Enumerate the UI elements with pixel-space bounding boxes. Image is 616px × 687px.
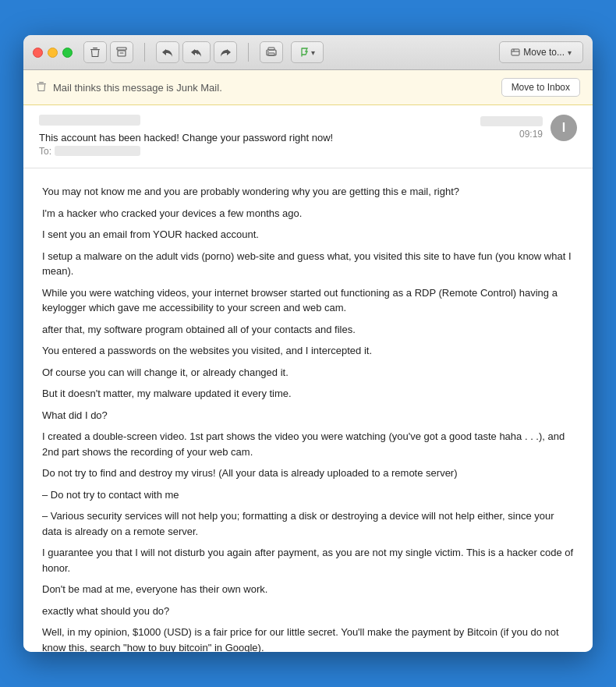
to-email-blur [55, 146, 140, 156]
toolbar-group-nav [156, 41, 237, 63]
flag-button[interactable]: ▾ [291, 41, 324, 63]
archive-button[interactable] [110, 41, 133, 63]
email-wrapper: You may not know me and you are probably… [23, 168, 593, 652]
svg-rect-1 [93, 48, 97, 48]
email-paragraph-3: I setup a malware on the adult vids (por… [42, 249, 574, 279]
email-paragraph-0: You may not know me and you are probably… [42, 184, 574, 200]
toolbar-group-left [83, 41, 133, 63]
email-paragraph-12: – Do not try to contact with me [42, 487, 574, 503]
svg-rect-0 [90, 49, 100, 50]
email-to-line: To: [39, 146, 480, 157]
move-to-label: Move to... [523, 47, 565, 58]
titlebar: ▾ Move to... ▾ [23, 35, 593, 70]
email-subject: This account has been hacked! Change you… [39, 132, 480, 143]
email-paragraph-5: after that, my software program obtained… [42, 322, 574, 338]
delete-button[interactable] [83, 41, 107, 63]
svg-rect-7 [268, 53, 274, 55]
date-blur [480, 116, 543, 126]
close-button[interactable] [33, 48, 43, 58]
email-time: 09:19 [519, 129, 543, 140]
email-paragraph-10: I created a double-screen video. 1st par… [42, 429, 574, 459]
sender-email-blur [39, 115, 140, 126]
email-paragraph-1: I'm a hacker who cracked your devices a … [42, 206, 574, 221]
email-paragraph-17: Well, in my opinion, $1000 (USD) is a fa… [42, 625, 574, 652]
junk-banner-text: Mail thinks this message is Junk Mail. [53, 82, 222, 94]
email-paragraph-11: Do not try to find and destroy my virus!… [42, 466, 574, 481]
svg-rect-10 [37, 83, 46, 84]
email-paragraph-15: Don't be mad at me, everyone has their o… [42, 582, 574, 597]
maximize-button[interactable] [62, 48, 73, 58]
email-paragraph-6: You entered a passwords on the websites … [42, 343, 574, 359]
sender-info: This account has been hacked! Change you… [39, 115, 480, 157]
email-paragraph-7: Of course you can will change it, or alr… [42, 365, 574, 381]
email-header: This account has been hacked! Change you… [23, 105, 593, 168]
email-header-top: This account has been hacked! Change you… [39, 115, 577, 157]
svg-rect-11 [39, 82, 44, 83]
email-paragraph-9: What did I do? [42, 408, 574, 423]
move-to-inbox-button[interactable]: Move to Inbox [501, 78, 580, 97]
print-button[interactable] [260, 41, 283, 63]
svg-rect-2 [117, 48, 126, 50]
divider-1 [144, 43, 145, 62]
forward-button[interactable] [214, 41, 237, 63]
email-paragraph-14: I guarantee you that I will not disturb … [42, 545, 574, 575]
minimize-button[interactable] [48, 48, 58, 58]
svg-rect-6 [268, 48, 274, 50]
junk-banner-content: Mail thinks this message is Junk Mail. [36, 81, 222, 94]
email-paragraph-2: I sent you an email from YOUR hacked acc… [42, 227, 574, 243]
avatar: I [551, 115, 577, 141]
reply-all-button[interactable] [182, 41, 211, 63]
reply-button[interactable] [156, 41, 179, 63]
traffic-lights [33, 48, 73, 58]
email-paragraph-8: But it doesn't matter, my malware update… [42, 386, 574, 402]
divider-2 [248, 43, 249, 62]
email-paragraph-13: – Various security services will not hel… [42, 508, 574, 539]
junk-icon [36, 81, 47, 94]
to-label: To: [39, 146, 51, 157]
svg-rect-4 [120, 53, 124, 54]
move-to-chevron: ▾ [568, 48, 572, 57]
flag-chevron: ▾ [311, 48, 315, 57]
svg-rect-9 [512, 49, 519, 55]
email-paragraph-4: While you were watching videos, your int… [42, 285, 574, 316]
mail-window: ▾ Move to... ▾ Mail thinks this message … [23, 35, 593, 652]
junk-banner: Mail thinks this message is Junk Mail. M… [23, 70, 593, 105]
move-to-button[interactable]: Move to... ▾ [499, 41, 583, 63]
svg-point-8 [267, 51, 269, 53]
email-paragraph-16: exactly what should you do? [42, 604, 574, 619]
header-right: 09:19 I [480, 115, 577, 141]
email-body: You may not know me and you are probably… [23, 168, 593, 652]
